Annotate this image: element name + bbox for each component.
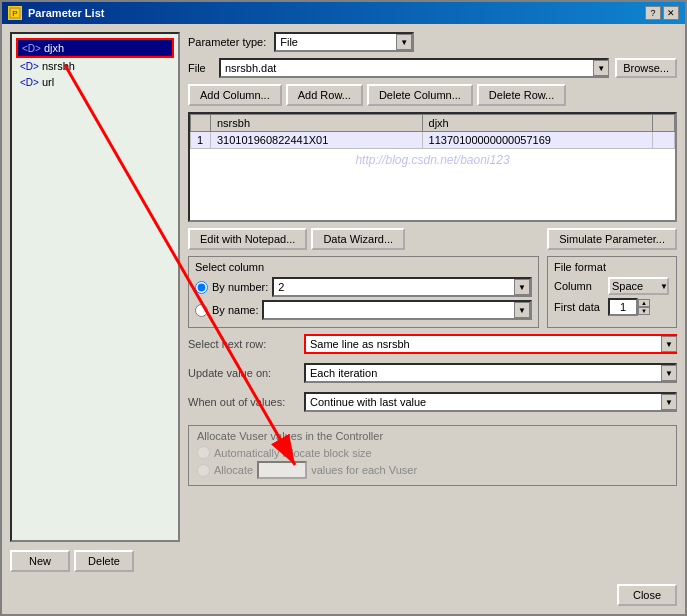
by-name-row: By name: ▼ bbox=[195, 300, 532, 320]
allocate-label: Allocate bbox=[214, 464, 253, 476]
column-format-group: Select column By number: 2 ▼ By bbox=[188, 256, 677, 328]
parameter-tree[interactable]: <D> djxh <D> nsrsbh <D> url bbox=[10, 32, 180, 542]
close-title-button[interactable]: ✕ bbox=[663, 6, 679, 20]
first-data-label: First data bbox=[554, 301, 604, 313]
select-column-section: Select column By number: 2 ▼ By bbox=[188, 256, 539, 328]
column-format-row: Column Space Tab Comma ▼ bbox=[554, 277, 670, 295]
file-format-title: File format bbox=[554, 261, 670, 273]
by-name-select[interactable] bbox=[262, 300, 532, 320]
by-number-row: By number: 2 ▼ bbox=[195, 277, 532, 297]
by-number-label: By number: bbox=[212, 281, 268, 293]
browse-button[interactable]: Browse... bbox=[615, 58, 677, 78]
by-name-label: By name: bbox=[212, 304, 258, 316]
action-buttons-row: Edit with Notepad... Data Wizard... Simu… bbox=[188, 228, 677, 250]
row-djxh: 11370100000000057169 bbox=[422, 132, 652, 149]
file-select-wrapper: nsrsbh.dat ▼ bbox=[219, 58, 609, 78]
first-data-spinner-buttons: ▲ ▼ bbox=[638, 299, 650, 315]
data-table-container: nsrsbh djxh 1 310101960822441X01 1137010… bbox=[188, 112, 677, 222]
title-buttons: ? ✕ bbox=[645, 6, 679, 20]
allocate-values-label: values for each Vuser bbox=[311, 464, 417, 476]
by-name-select-wrapper: ▼ bbox=[262, 300, 532, 320]
window-icon: P bbox=[8, 6, 22, 20]
auto-allocate-radio bbox=[197, 446, 210, 459]
delete-button[interactable]: Delete bbox=[74, 550, 134, 572]
allocate-input bbox=[257, 461, 307, 479]
delete-column-button[interactable]: Delete Column... bbox=[367, 84, 473, 106]
param-type-select-wrapper: File ▼ bbox=[274, 32, 414, 52]
tree-item-label: nsrsbh bbox=[42, 60, 75, 72]
update-value-select-wrapper: Each iteration Each occurrence Once ▼ bbox=[304, 363, 677, 383]
file-format-section: File format Column Space Tab Comma ▼ bbox=[547, 256, 677, 328]
by-number-select-wrapper: 2 ▼ bbox=[272, 277, 532, 297]
tree-item-tag: <D> bbox=[22, 43, 41, 54]
file-row: File nsrsbh.dat ▼ Browse... bbox=[188, 58, 677, 78]
row-nsrsbh: 310101960822441X01 bbox=[211, 132, 423, 149]
col-header-nsrsbh: nsrsbh bbox=[211, 115, 423, 132]
file-label: File bbox=[188, 62, 213, 74]
update-value-label: Update value on: bbox=[188, 367, 298, 379]
select-next-row-label: Select next row: bbox=[188, 338, 298, 350]
update-value-row: Update value on: Each iteration Each occ… bbox=[188, 363, 677, 383]
allocate-row: Allocate values for each Vuser bbox=[197, 461, 668, 479]
close-button[interactable]: Close bbox=[617, 584, 677, 606]
column-format-label: Column bbox=[554, 280, 604, 292]
table-row[interactable]: 1 310101960822441X01 1137010000000005716… bbox=[191, 132, 675, 149]
first-data-up[interactable]: ▲ bbox=[638, 299, 650, 307]
help-button[interactable]: ? bbox=[645, 6, 661, 20]
row-num: 1 bbox=[191, 132, 211, 149]
tree-item-url[interactable]: <D> url bbox=[16, 74, 174, 90]
out-of-values-select[interactable]: Continue with last value Cycle Stop Vuse… bbox=[304, 392, 677, 412]
edit-notepad-button[interactable]: Edit with Notepad... bbox=[188, 228, 307, 250]
by-number-select[interactable]: 2 bbox=[272, 277, 532, 297]
add-column-button[interactable]: Add Column... bbox=[188, 84, 282, 106]
watermark-text: http://blog.csdn.net/baoni123 bbox=[190, 149, 675, 171]
select-next-row-select[interactable]: Same line as nsrsbh Sequential Random Un… bbox=[304, 334, 677, 354]
tree-item-label: url bbox=[42, 76, 54, 88]
auto-allocate-label: Automatically allocate block size bbox=[214, 447, 372, 459]
title-bar-left: P Parameter List bbox=[8, 6, 104, 20]
allocate-radio bbox=[197, 464, 210, 477]
out-of-values-label: When out of values: bbox=[188, 396, 298, 408]
update-value-select[interactable]: Each iteration Each occurrence Once bbox=[304, 363, 677, 383]
table-buttons: Add Column... Add Row... Delete Column..… bbox=[188, 84, 677, 106]
col-header-djxh: djxh bbox=[422, 115, 652, 132]
col-header-num bbox=[191, 115, 211, 132]
param-type-row: Parameter type: File ▼ bbox=[188, 32, 677, 52]
out-of-values-row: When out of values: Continue with last v… bbox=[188, 392, 677, 412]
param-type-select[interactable]: File bbox=[274, 32, 414, 52]
simulate-parameter-button[interactable]: Simulate Parameter... bbox=[547, 228, 677, 250]
first-data-input[interactable] bbox=[608, 298, 638, 316]
data-wizard-button[interactable]: Data Wizard... bbox=[311, 228, 405, 250]
auto-allocate-row: Automatically allocate block size bbox=[197, 446, 668, 459]
col-header-extra bbox=[652, 115, 674, 132]
by-name-radio[interactable] bbox=[195, 304, 208, 317]
tree-item-label: djxh bbox=[44, 42, 64, 54]
by-number-radio[interactable] bbox=[195, 281, 208, 294]
parameter-list-window: P Parameter List ? ✕ <D> djxh <D> nsrsbh bbox=[0, 0, 687, 616]
main-content: <D> djxh <D> nsrsbh <D> url New Delete bbox=[2, 24, 685, 580]
window-title: Parameter List bbox=[28, 7, 104, 19]
first-data-row: First data ▲ ▼ bbox=[554, 298, 670, 316]
file-select[interactable]: nsrsbh.dat bbox=[219, 58, 609, 78]
left-panel: <D> djxh <D> nsrsbh <D> url New Delete bbox=[10, 32, 180, 572]
select-column-title: Select column bbox=[195, 261, 532, 273]
param-type-label: Parameter type: bbox=[188, 36, 266, 48]
add-row-button[interactable]: Add Row... bbox=[286, 84, 363, 106]
delete-row-button[interactable]: Delete Row... bbox=[477, 84, 566, 106]
tree-item-nsrsbh[interactable]: <D> nsrsbh bbox=[16, 58, 174, 74]
new-button[interactable]: New bbox=[10, 550, 70, 572]
column-format-select[interactable]: Space Tab Comma bbox=[608, 277, 669, 295]
svg-text:P: P bbox=[12, 9, 17, 18]
data-table: nsrsbh djxh 1 310101960822441X01 1137010… bbox=[190, 114, 675, 149]
first-data-down[interactable]: ▼ bbox=[638, 307, 650, 315]
first-data-spinner: ▲ ▼ bbox=[608, 298, 650, 316]
tree-item-tag: <D> bbox=[20, 77, 39, 88]
tree-item-tag: <D> bbox=[20, 61, 39, 72]
allocate-section: Allocate Vuser values in the Controller … bbox=[188, 425, 677, 486]
tree-item-djxh[interactable]: <D> djxh bbox=[16, 38, 174, 58]
allocate-title: Allocate Vuser values in the Controller bbox=[197, 430, 668, 442]
close-button-row: Close bbox=[2, 580, 685, 614]
column-format-select-wrapper: Space Tab Comma ▼ bbox=[608, 277, 669, 295]
select-next-row-row: Select next row: Same line as nsrsbh Seq… bbox=[188, 334, 677, 354]
select-next-row-select-wrapper: Same line as nsrsbh Sequential Random Un… bbox=[304, 334, 677, 354]
